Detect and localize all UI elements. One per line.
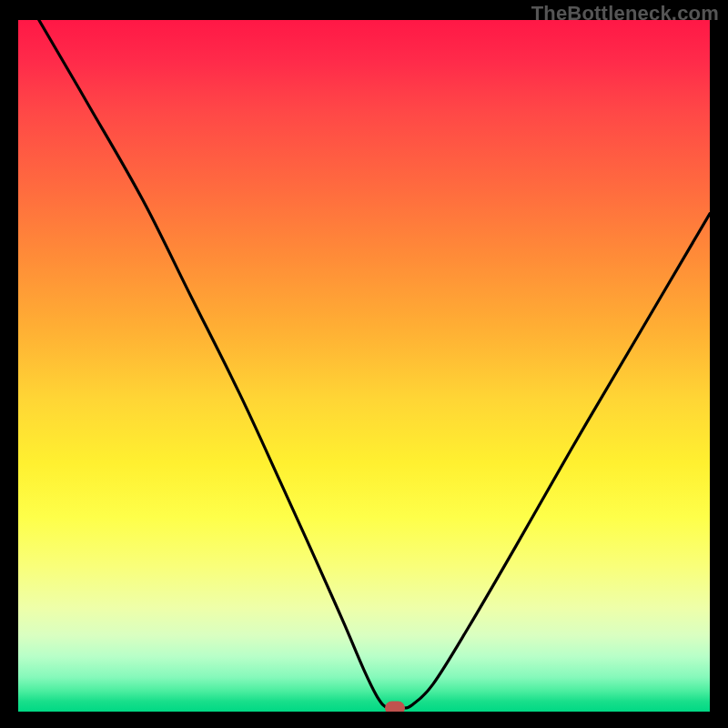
optimal-point-marker [385, 702, 405, 712]
chart-frame: TheBottleneck.com [0, 0, 728, 728]
watermark-text: TheBottleneck.com [531, 2, 719, 25]
bottleneck-curve [39, 20, 710, 709]
curve-svg [18, 20, 710, 712]
plot-area [18, 20, 710, 712]
